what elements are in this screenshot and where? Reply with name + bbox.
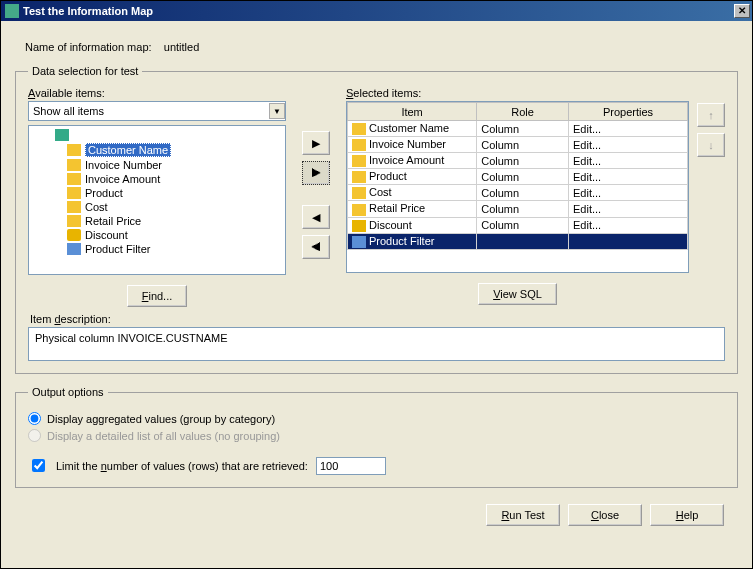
selected-items-label: Selected items: bbox=[346, 87, 689, 99]
help-button[interactable]: Help bbox=[650, 504, 724, 526]
combo-value: Show all items bbox=[33, 105, 269, 117]
data-selection-group: Data selection for test Available items:… bbox=[15, 65, 738, 374]
table-cell: Retail Price bbox=[348, 201, 477, 217]
remove-all-button[interactable]: ⯇ bbox=[302, 235, 330, 259]
col-header-item[interactable]: Item bbox=[348, 103, 477, 121]
limit-input[interactable] bbox=[316, 457, 386, 475]
available-items-label: Available items: bbox=[28, 87, 286, 99]
col-icon bbox=[67, 187, 81, 199]
output-options-legend: Output options bbox=[28, 386, 108, 398]
table-row[interactable]: CostColumnEdit... bbox=[348, 185, 688, 201]
col-icon bbox=[67, 215, 81, 227]
table-cell: Column bbox=[477, 185, 569, 201]
selected-items-table-wrap: Item Role Properties Customer NameColumn… bbox=[346, 101, 689, 273]
limit-checkbox[interactable] bbox=[32, 459, 45, 472]
tree-item-label: Cost bbox=[85, 201, 108, 213]
table-row[interactable]: ProductColumnEdit... bbox=[348, 169, 688, 185]
table-cell: Edit... bbox=[568, 137, 687, 153]
tree-item-label: Retail Price bbox=[85, 215, 141, 227]
available-items-filter-combo[interactable]: Show all items ▼ bbox=[28, 101, 286, 121]
radio-detailed-label: Display a detailed list of all values (n… bbox=[47, 430, 280, 442]
tree-item-label: Customer Name bbox=[85, 143, 171, 157]
tree-item[interactable]: Cost bbox=[31, 200, 283, 214]
move-up-button[interactable]: ↑ bbox=[697, 103, 725, 127]
radio-aggregated-input[interactable] bbox=[28, 412, 41, 425]
tree-item[interactable]: Product bbox=[31, 186, 283, 200]
run-test-button[interactable]: Run Test bbox=[486, 504, 560, 526]
tree-item-label: Product bbox=[85, 187, 123, 199]
tree-item[interactable]: Discount bbox=[31, 228, 283, 242]
table-cell: Edit... bbox=[568, 185, 687, 201]
table-row[interactable]: Invoice AmountColumnEdit... bbox=[348, 153, 688, 169]
table-row[interactable]: Product Filter bbox=[348, 233, 688, 249]
find-button[interactable]: Find... bbox=[127, 285, 188, 307]
view-sql-button[interactable]: View SQL bbox=[478, 283, 557, 305]
radio-aggregated[interactable]: Display aggregated values (group by cate… bbox=[28, 412, 725, 425]
selected-items-table[interactable]: Item Role Properties Customer NameColumn… bbox=[347, 102, 688, 250]
filter-icon bbox=[67, 243, 81, 255]
table-cell: Column bbox=[477, 137, 569, 153]
table-row[interactable]: Customer NameColumnEdit... bbox=[348, 121, 688, 137]
col-icon bbox=[352, 123, 366, 135]
table-cell: Column bbox=[477, 217, 569, 233]
tree-item-label: Product Filter bbox=[85, 243, 150, 255]
radio-aggregated-label: Display aggregated values (group by cate… bbox=[47, 413, 275, 425]
col-icon bbox=[352, 139, 366, 151]
map-name-value: untitled bbox=[164, 41, 199, 53]
app-icon bbox=[5, 4, 19, 18]
col-icon bbox=[352, 155, 366, 167]
table-row[interactable]: DiscountColumnEdit... bbox=[348, 217, 688, 233]
col-icon bbox=[67, 173, 81, 185]
output-options-group: Output options Display aggregated values… bbox=[15, 386, 738, 488]
col-icon bbox=[352, 187, 366, 199]
map-name-row: Name of information map: untitled bbox=[25, 41, 738, 53]
col-icon bbox=[67, 201, 81, 213]
col-header-role[interactable]: Role bbox=[477, 103, 569, 121]
col-icon bbox=[352, 204, 366, 216]
table-cell: Invoice Amount bbox=[348, 153, 477, 169]
close-icon[interactable]: ✕ bbox=[734, 4, 750, 18]
tree-item-label: Invoice Number bbox=[85, 159, 162, 171]
tree-item[interactable]: Invoice Amount bbox=[31, 172, 283, 186]
table-cell: Column bbox=[477, 201, 569, 217]
item-description-box: Physical column INVOICE.CUSTNAME bbox=[28, 327, 725, 361]
add-all-button[interactable]: ⯈ bbox=[302, 161, 330, 185]
table-cell: Edit... bbox=[568, 153, 687, 169]
table-row[interactable]: Invoice NumberColumnEdit... bbox=[348, 137, 688, 153]
table-cell: Column bbox=[477, 153, 569, 169]
available-items-tree[interactable]: Customer NameInvoice NumberInvoice Amoun… bbox=[28, 125, 286, 275]
window-title: Test the Information Map bbox=[23, 5, 734, 17]
col-icon bbox=[67, 144, 81, 156]
col-header-props[interactable]: Properties bbox=[568, 103, 687, 121]
table-cell: Product Filter bbox=[348, 233, 477, 249]
table-cell: Edit... bbox=[568, 121, 687, 137]
add-button[interactable]: ▶ bbox=[302, 131, 330, 155]
tree-item[interactable] bbox=[31, 128, 283, 142]
table-cell: Invoice Number bbox=[348, 137, 477, 153]
col-icon bbox=[352, 171, 366, 183]
limit-label: Limit the number of values (rows) that a… bbox=[56, 460, 308, 472]
data-selection-legend: Data selection for test bbox=[28, 65, 142, 77]
close-button[interactable]: Close bbox=[568, 504, 642, 526]
tree-item[interactable]: Customer Name bbox=[31, 142, 283, 158]
map-name-label: Name of information map: bbox=[25, 41, 152, 53]
table-cell bbox=[477, 233, 569, 249]
tree-item[interactable]: Invoice Number bbox=[31, 158, 283, 172]
table-cell: Customer Name bbox=[348, 121, 477, 137]
table-cell bbox=[568, 233, 687, 249]
table-cell: Edit... bbox=[568, 169, 687, 185]
tree-item[interactable]: Product Filter bbox=[31, 242, 283, 256]
table-row[interactable]: Retail PriceColumnEdit... bbox=[348, 201, 688, 217]
tree-item-label: Invoice Amount bbox=[85, 173, 160, 185]
item-description-label: Item description: bbox=[30, 313, 725, 325]
tree-item-label: Discount bbox=[85, 229, 128, 241]
table-cell: Edit... bbox=[568, 217, 687, 233]
table-cell: Edit... bbox=[568, 201, 687, 217]
remove-button[interactable]: ◀ bbox=[302, 205, 330, 229]
tree-item[interactable]: Retail Price bbox=[31, 214, 283, 228]
radio-detailed: Display a detailed list of all values (n… bbox=[28, 429, 725, 442]
move-down-button[interactable]: ↓ bbox=[697, 133, 725, 157]
table-cell: Column bbox=[477, 169, 569, 185]
table-cell: Product bbox=[348, 169, 477, 185]
window-titlebar: Test the Information Map ✕ bbox=[1, 1, 752, 21]
